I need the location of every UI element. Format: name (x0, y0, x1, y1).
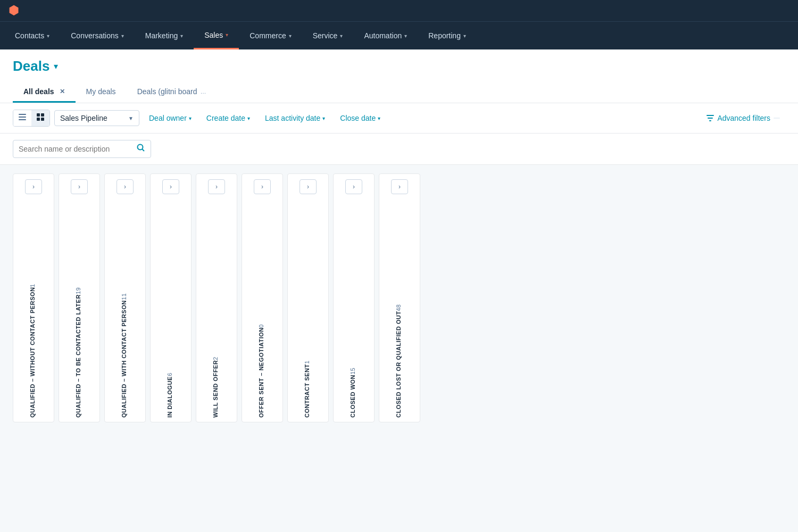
nav-item-contacts[interactable]: Contacts ▾ (4, 22, 60, 49)
column-count: 0 (258, 324, 264, 328)
column-expand-button[interactable]: › (254, 179, 271, 194)
chevron-down-icon: ▾ (289, 33, 292, 39)
column-count: 11 (121, 293, 127, 300)
chevron-down-icon: ▾ (404, 33, 407, 39)
nav-item-automation[interactable]: Automation ▾ (353, 22, 418, 49)
filter-lines-icon (706, 114, 714, 122)
svg-rect-1 (19, 117, 26, 118)
board-column: ›CLOSED LOST OR QUALIFIED OUT 48 (379, 173, 420, 422)
search-bar (0, 134, 798, 165)
tab-my-deals[interactable]: My deals (76, 82, 127, 103)
board-column: ›QUALIFIED – WITH CONTACT PERSON 11 (104, 173, 146, 422)
column-label: WILL SEND OFFER 2 (212, 198, 221, 422)
column-expand-button[interactable]: › (391, 179, 408, 194)
column-count: 1 (304, 361, 310, 364)
grid-icon (37, 113, 44, 121)
pipeline-chevron-icon: ▼ (128, 115, 134, 121)
search-input-wrapper (13, 140, 151, 158)
hubspot-logo-icon: ⬢ (9, 4, 19, 18)
svg-rect-4 (41, 113, 44, 117)
column-label: QUALIFIED – WITH CONTACT PERSON 11 (121, 198, 129, 422)
column-label: QUALIFIED – WITHOUT CONTACT PERSON 1 (29, 198, 38, 422)
board-column: ›WILL SEND OFFER 2 (196, 173, 237, 422)
svg-rect-0 (19, 114, 26, 115)
column-expand-button[interactable]: › (71, 179, 88, 194)
chevron-down-icon: ▾ (340, 33, 343, 39)
nav-item-service[interactable]: Service ▾ (302, 22, 354, 49)
column-count: 48 (395, 304, 402, 311)
column-expand-button[interactable]: › (208, 179, 225, 194)
tab-bar: All deals ✕ My deals Deals (glitni board… (13, 82, 785, 103)
nav-bar: Contacts ▾ Conversations ▾ Marketing ▾ S… (0, 21, 798, 49)
nav-item-reporting[interactable]: Reporting ▾ (418, 22, 477, 49)
view-toggle (13, 110, 50, 127)
tab-truncated-indicator: … (200, 88, 206, 95)
svg-rect-6 (41, 118, 44, 121)
svg-line-11 (143, 149, 145, 152)
svg-rect-5 (37, 118, 40, 121)
column-expand-button[interactable]: › (300, 179, 317, 194)
advanced-filter-count (774, 118, 780, 119)
page-header: Deals ▾ All deals ✕ My deals Deals (glit… (0, 49, 798, 103)
search-button[interactable] (137, 144, 145, 154)
column-count: 15 (350, 368, 356, 375)
page-title-dropdown-icon[interactable]: ▾ (54, 61, 58, 71)
nav-item-conversations[interactable]: Conversations ▾ (60, 22, 135, 49)
column-label: QUALIFIED – TO BE CONTACTED LATER 19 (75, 198, 84, 422)
column-expand-button[interactable]: › (162, 179, 179, 194)
board-column: ›QUALIFIED – TO BE CONTACTED LATER 19 (59, 173, 100, 422)
advanced-filters-button[interactable]: Advanced filters (701, 111, 785, 126)
svg-point-10 (138, 145, 143, 150)
nav-item-marketing[interactable]: Marketing ▾ (135, 22, 194, 49)
column-label: OFFER SENT – NEGOTIATION 0 (258, 198, 267, 422)
chevron-down-icon: ▾ (247, 115, 250, 121)
board-column: ›OFFER SENT – NEGOTIATION 0 (242, 173, 283, 422)
board-column: ›IN DIALOGUE 6 (150, 173, 192, 422)
column-label: IN DIALOGUE 6 (167, 198, 175, 422)
list-view-button[interactable] (13, 110, 31, 126)
deal-owner-filter[interactable]: Deal owner ▾ (144, 111, 197, 126)
search-icon (137, 144, 145, 152)
chevron-down-icon: ▾ (121, 33, 124, 39)
chevron-down-icon: ▾ (322, 115, 325, 121)
board-column: ›CONTRACT SENT 1 (287, 173, 329, 422)
column-label: CONTRACT SENT 1 (304, 198, 312, 422)
column-expand-button[interactable]: › (25, 179, 42, 194)
board-column: ›CLOSED WON 15 (333, 173, 375, 422)
chevron-down-icon: ▾ (463, 33, 466, 39)
top-bar: ⬢ (0, 0, 798, 21)
column-count: 19 (75, 287, 81, 294)
column-count: 6 (167, 373, 173, 377)
grid-view-button[interactable] (31, 110, 49, 126)
board-column: ›QUALIFIED – WITHOUT CONTACT PERSON 1 (13, 173, 54, 422)
chevron-down-icon: ▾ (226, 32, 228, 38)
column-expand-button[interactable]: › (345, 179, 362, 194)
svg-rect-9 (709, 120, 711, 121)
tab-glitni-board[interactable]: Deals (glitni board … (127, 82, 217, 103)
column-count: 2 (212, 356, 219, 360)
pipeline-dropdown[interactable]: Sales Pipeline ▼ (54, 110, 139, 126)
column-expand-button[interactable]: › (117, 179, 134, 194)
chevron-down-icon: ▾ (180, 33, 183, 39)
tab-all-deals[interactable]: All deals ✕ (13, 82, 76, 103)
column-label: CLOSED LOST OR QUALIFIED OUT 48 (395, 198, 404, 422)
svg-rect-3 (37, 113, 40, 117)
column-label: CLOSED WON 15 (350, 198, 358, 422)
column-count: 1 (29, 284, 36, 287)
chevron-down-icon: ▾ (189, 115, 192, 121)
svg-rect-8 (708, 118, 713, 119)
close-date-filter[interactable]: Close date ▾ (335, 111, 386, 126)
create-date-filter[interactable]: Create date ▾ (201, 111, 255, 126)
nav-item-commerce[interactable]: Commerce ▾ (239, 22, 302, 49)
svg-rect-2 (19, 119, 26, 120)
nav-item-sales[interactable]: Sales ▾ (194, 22, 239, 49)
filter-bar: Sales Pipeline ▼ Deal owner ▾ Create dat… (0, 103, 798, 134)
tab-close-icon[interactable]: ✕ (60, 88, 65, 95)
chevron-down-icon: ▾ (378, 115, 380, 121)
last-activity-date-filter[interactable]: Last activity date ▾ (260, 111, 330, 126)
chevron-down-icon: ▾ (47, 33, 49, 39)
list-icon (19, 113, 26, 121)
search-input[interactable] (19, 145, 134, 153)
board-area: ›QUALIFIED – WITHOUT CONTACT PERSON 1›QU… (0, 165, 798, 431)
page-title: Deals (13, 58, 49, 74)
